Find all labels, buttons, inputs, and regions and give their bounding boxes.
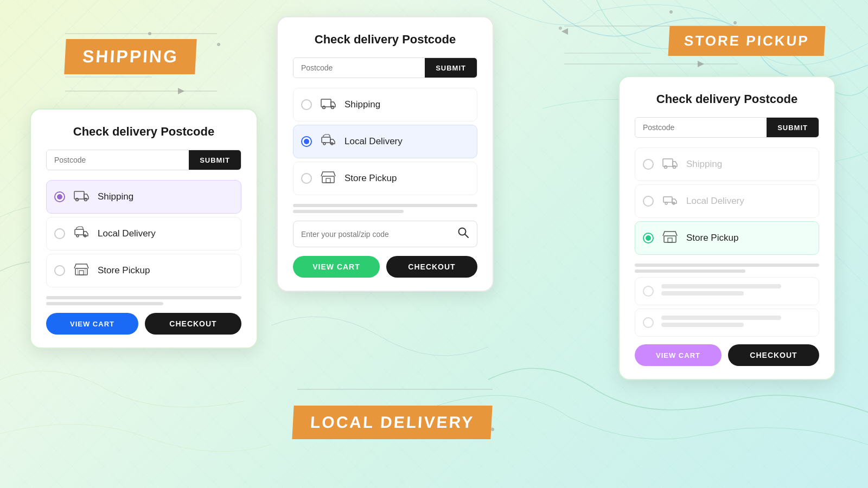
card-left-radio-local	[54, 228, 65, 239]
card-center: Check delivery Postcode SUBMIT Shipping	[277, 16, 494, 292]
card-right-skeleton-top	[635, 264, 819, 273]
shipping-icon-center	[320, 95, 337, 114]
svg-rect-37	[326, 178, 330, 183]
svg-point-23	[76, 198, 79, 201]
svg-point-44	[665, 202, 667, 204]
card-center-radio-shipping	[301, 99, 312, 110]
card-right-title: Check delivery Postcode	[635, 92, 819, 106]
card-right-radio-shipping	[643, 159, 654, 170]
card-right-options: Shipping Local Delivery	[635, 147, 819, 255]
svg-rect-47	[668, 238, 672, 242]
skeleton-bar-r1	[635, 264, 819, 267]
skeleton-radio-1	[643, 286, 654, 297]
svg-rect-30	[321, 99, 331, 107]
card-center-submit-button[interactable]: SUBMIT	[425, 58, 477, 78]
local-delivery-banner: LOCAL DELIVERY	[292, 406, 492, 439]
card-right-checkout-button[interactable]: CHECKOUT	[728, 344, 819, 366]
shipping-icon-right	[661, 155, 679, 174]
card-left-skeleton	[46, 296, 241, 305]
card-right-option-local[interactable]: Local Delivery	[635, 184, 819, 218]
card-center-search-input[interactable]	[301, 230, 457, 239]
card-right: Check delivery Postcode SUBMIT Shipping	[618, 76, 835, 380]
svg-point-41	[665, 166, 667, 169]
card-left-view-cart-button[interactable]: VIEW CART	[46, 313, 138, 335]
card-left-title: Check delivery Postcode	[46, 125, 241, 139]
card-right-skeleton-row-2	[635, 309, 819, 337]
card-center-checkout-button[interactable]: CHECKOUT	[386, 256, 477, 278]
local-delivery-icon-center	[320, 132, 337, 151]
card-left-checkout-button[interactable]: CHECKOUT	[145, 313, 241, 335]
card-right-label-local: Local Delivery	[686, 196, 744, 207]
local-delivery-icon-left	[73, 224, 90, 243]
card-right-submit-button[interactable]: SUBMIT	[767, 118, 819, 137]
card-center-buttons: VIEW CART CHECKOUT	[293, 256, 477, 278]
card-left-label-store: Store Pickup	[98, 265, 150, 276]
card-center-postcode-row: SUBMIT	[293, 57, 477, 78]
local-delivery-banner-label: LOCAL DELIVERY	[310, 413, 475, 431]
svg-point-42	[673, 166, 676, 169]
svg-point-34	[323, 143, 326, 145]
card-center-view-cart-button[interactable]: VIEW CART	[293, 256, 380, 278]
svg-rect-33	[322, 137, 330, 143]
card-right-postcode-row: SUBMIT	[635, 117, 819, 138]
card-right-postcode-input[interactable]	[635, 118, 767, 137]
card-left-radio-store	[54, 265, 65, 276]
skeleton-text-1	[661, 284, 811, 298]
svg-point-6	[491, 428, 494, 431]
skeleton-bar-c1	[293, 204, 477, 207]
shipping-banner-label: SHIPPING	[82, 47, 179, 66]
card-center-radio-store	[301, 173, 312, 184]
skeleton-radio-2	[643, 317, 654, 328]
card-center-option-shipping[interactable]: Shipping	[293, 88, 477, 121]
card-left-submit-button[interactable]: SUBMIT	[189, 150, 241, 170]
store-pickup-banner-label: STORE PICKUP	[684, 33, 810, 49]
card-left-options: Shipping Local Delivery	[46, 180, 241, 287]
svg-rect-29	[79, 271, 84, 275]
card-left-option-shipping[interactable]: Shipping	[46, 180, 241, 214]
search-icon	[457, 227, 469, 241]
skeleton-bar-c2	[293, 210, 404, 213]
skeleton-line-2b	[661, 323, 744, 327]
svg-point-26	[76, 235, 79, 237]
store-pickup-icon-right	[661, 228, 679, 248]
card-right-label-shipping: Shipping	[686, 159, 722, 170]
card-center-options: Shipping Local Delivery	[293, 88, 477, 195]
card-center-skeleton	[293, 204, 477, 213]
store-pickup-icon-left	[73, 261, 90, 280]
svg-point-24	[85, 198, 87, 201]
card-right-view-cart-button[interactable]: VIEW CART	[635, 344, 722, 366]
shipping-icon-left	[73, 187, 90, 207]
card-center-option-local[interactable]: Local Delivery	[293, 125, 477, 158]
card-left-postcode-input[interactable]	[47, 150, 189, 170]
skeleton-line-1b	[661, 291, 744, 296]
svg-rect-28	[75, 268, 87, 275]
card-left-label-local: Local Delivery	[98, 228, 156, 239]
svg-line-39	[465, 234, 468, 237]
svg-marker-9	[561, 28, 568, 35]
store-pickup-banner: STORE PICKUP	[668, 26, 825, 56]
card-center-option-store[interactable]: Store Pickup	[293, 162, 477, 195]
scene: SHIPPING STORE PICKUP LOCAL DELIVERY Che…	[0, 0, 868, 488]
card-right-option-store[interactable]: Store Pickup	[635, 221, 819, 255]
card-left-option-store[interactable]: Store Pickup	[46, 254, 241, 287]
skeleton-text-2	[661, 316, 811, 330]
svg-rect-36	[322, 176, 334, 183]
svg-marker-8	[178, 88, 184, 94]
svg-point-31	[323, 106, 326, 109]
skeleton-line-1a	[661, 284, 781, 288]
svg-point-1	[217, 43, 220, 46]
card-left: Check delivery Postcode SUBMIT Shipping	[30, 108, 258, 349]
card-center-postcode-input[interactable]	[293, 58, 425, 78]
card-center-label-shipping: Shipping	[344, 99, 380, 110]
card-center-label-local: Local Delivery	[344, 136, 403, 147]
card-left-option-local[interactable]: Local Delivery	[46, 217, 241, 251]
store-pickup-icon-center	[320, 169, 337, 188]
svg-point-32	[331, 106, 334, 109]
card-left-buttons: VIEW CART CHECKOUT	[46, 313, 241, 335]
svg-rect-43	[663, 197, 672, 202]
card-left-label-shipping: Shipping	[98, 191, 133, 202]
card-left-radio-shipping	[54, 191, 65, 202]
card-right-option-shipping[interactable]: Shipping	[635, 147, 819, 181]
shipping-banner: SHIPPING	[64, 39, 196, 74]
card-right-radio-store	[643, 233, 654, 243]
